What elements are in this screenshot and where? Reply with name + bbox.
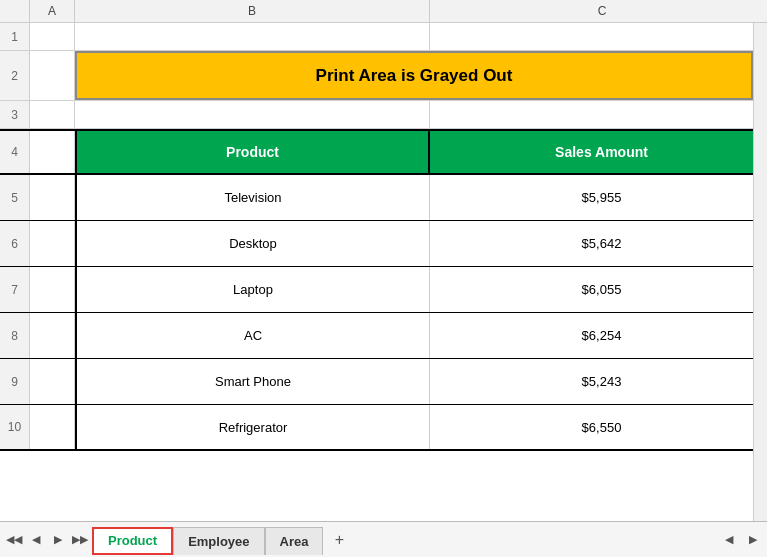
cell-1b <box>75 23 430 50</box>
cell-product-1: Desktop <box>75 221 430 266</box>
tab-right-controls: ◀ ▶ <box>719 530 763 550</box>
tab-scroll-left[interactable]: ◀ <box>719 530 739 550</box>
col-sales-header: Sales Amount <box>430 131 753 173</box>
table-row-4: 9 Smart Phone $5,243 <box>0 359 753 405</box>
row-num-1: 1 <box>0 23 30 50</box>
row-num-8: 8 <box>0 313 30 358</box>
spreadsheet: A B C 1 2 Print Area is Grayed Out 3 <box>0 0 767 557</box>
table-row-0: 5 Television $5,955 <box>0 175 753 221</box>
cell-sales-5: $6,550 <box>430 405 753 449</box>
tab-nav-next[interactable]: ▶ <box>48 530 68 550</box>
cell-product-3: AC <box>75 313 430 358</box>
table-header-row: 4 Product Sales Amount <box>0 129 753 175</box>
row-num-9: 9 <box>0 359 30 404</box>
cell-sales-4: $5,243 <box>430 359 753 404</box>
corner-cell <box>0 0 30 22</box>
cell-3a <box>30 101 75 128</box>
col-product-header: Product <box>75 131 430 173</box>
cell-5a <box>30 175 75 220</box>
sheet-tab-employee[interactable]: Employee <box>173 527 264 555</box>
row-num-6: 6 <box>0 221 30 266</box>
cell-3c <box>430 101 753 128</box>
tab-nav-first[interactable]: ◀◀ <box>4 530 24 550</box>
cell-sales-1: $5,642 <box>430 221 753 266</box>
table-row-1: 6 Desktop $5,642 <box>0 221 753 267</box>
row-num-4: 4 <box>0 131 30 173</box>
sheet-tab-area[interactable]: Area <box>265 527 324 555</box>
cell-sales-3: $6,254 <box>430 313 753 358</box>
cell-10a <box>30 405 75 449</box>
tab-nav-prev[interactable]: ◀ <box>26 530 46 550</box>
column-headers: A B C <box>0 0 767 23</box>
main-content: 1 2 Print Area is Grayed Out 3 4 <box>0 23 767 521</box>
cell-3b <box>75 101 430 128</box>
add-sheet-button[interactable]: + <box>327 528 351 552</box>
spreadsheet-title: Print Area is Grayed Out <box>75 51 753 100</box>
cell-sales-2: $6,055 <box>430 267 753 312</box>
vertical-scrollbar[interactable] <box>753 23 767 521</box>
col-header-a: A <box>30 0 75 22</box>
cell-6a <box>30 221 75 266</box>
cell-product-4: Smart Phone <box>75 359 430 404</box>
sheet-tab-product[interactable]: Product <box>92 527 173 555</box>
row-num-10: 10 <box>0 405 30 449</box>
cell-9a <box>30 359 75 404</box>
cell-8a <box>30 313 75 358</box>
rows-container: 1 2 Print Area is Grayed Out 3 4 <box>0 23 753 521</box>
cell-product-5: Refrigerator <box>75 405 430 449</box>
cell-1c <box>430 23 753 50</box>
row-1: 1 <box>0 23 753 51</box>
row-num-3: 3 <box>0 101 30 128</box>
row-3: 3 <box>0 101 753 129</box>
cell-2a <box>30 51 75 100</box>
row-num-7: 7 <box>0 267 30 312</box>
cell-product-2: Laptop <box>75 267 430 312</box>
tab-nav-last[interactable]: ▶▶ <box>70 530 90 550</box>
col-header-b: B <box>75 0 430 22</box>
cell-7a <box>30 267 75 312</box>
table-row-3: 8 AC $6,254 <box>0 313 753 359</box>
col-header-c: C <box>430 0 767 22</box>
row-num-2: 2 <box>0 51 30 100</box>
cell-4a <box>30 131 75 173</box>
tab-bar: ◀◀ ◀ ▶ ▶▶ Product Employee Area + ◀ ▶ <box>0 521 767 557</box>
tab-scroll-right[interactable]: ▶ <box>743 530 763 550</box>
table-row-5: 10 Refrigerator $6,550 <box>0 405 753 451</box>
table-row-2: 7 Laptop $6,055 <box>0 267 753 313</box>
row-2: 2 Print Area is Grayed Out <box>0 51 753 101</box>
cell-product-0: Television <box>75 175 430 220</box>
cell-sales-0: $5,955 <box>430 175 753 220</box>
row-num-5: 5 <box>0 175 30 220</box>
cell-1a <box>30 23 75 50</box>
